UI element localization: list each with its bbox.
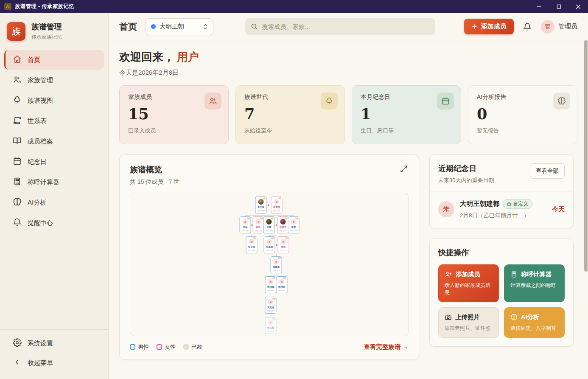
app-tagline: 传承家族记忆 [31, 34, 62, 41]
brain-icon [553, 93, 570, 109]
tree-member-card[interactable]: 1世❀马秀英1332-1382 [271, 197, 283, 213]
tree-member-card[interactable]: 5世❀朱祁镇1427-1464 [265, 276, 277, 293]
member-name: 朱允炆 [248, 246, 255, 249]
stat-card-generations[interactable]: 族谱世代 7 从始祖至今 [235, 85, 345, 144]
member-avatar: ❀ [249, 239, 255, 244]
family-select[interactable]: 大明王朝 [146, 18, 213, 35]
tree-member-card[interactable]: 3世❀朱高炽1378-1425 [264, 236, 275, 253]
sidebar-item-home[interactable]: 首页 [4, 50, 104, 70]
tree-member-card[interactable]: 1世朱元璋1328-1398 [255, 197, 267, 213]
member-name: 朱棣 [267, 226, 272, 229]
legend-male[interactable]: 男性 [130, 343, 149, 351]
sidebar-item-anniversaries[interactable]: 纪念日 [4, 152, 104, 171]
tree-member-card[interactable]: 6世❀朱见深1447-1487 [265, 297, 277, 314]
home-icon [13, 55, 22, 65]
view-all-button[interactable]: 查看全部 [530, 163, 565, 179]
stat-card-anniversaries[interactable]: 本月纪念日 1 生日、忌日等 [352, 85, 461, 144]
generation-badge: 7世 [272, 318, 275, 320]
member-name: 张氏 [281, 246, 286, 249]
user-name: 管理员 [558, 22, 577, 31]
quick-action-ai-analysis[interactable]: AI分析 遗传病史、八字测算 [504, 307, 565, 338]
user-menu[interactable]: 管 管理员 [541, 20, 577, 34]
stat-card-members[interactable]: 家族成员 15 已录入成员 [119, 85, 229, 144]
sidebar-item-label: 收起菜单 [28, 359, 53, 367]
quick-action-kinship-calculator[interactable]: 称呼计算器 计算亲戚之间的称呼 [504, 264, 565, 302]
tree-member-card[interactable]: 2世❀朱权1378-1448 [288, 216, 300, 233]
tree-member-card[interactable]: 2世徐妙云1362-1407 [277, 216, 289, 233]
member-avatar: ❀ [267, 239, 272, 244]
member-name: 吕氏 [256, 226, 261, 229]
quick-action-add-member[interactable]: 添加成员 录入新的家族成员信息 [438, 264, 499, 302]
sidebar-item-kinship-calculator[interactable]: 称呼计算器 [4, 172, 104, 192]
expand-icon [400, 165, 408, 173]
vertical-scrollbar[interactable] [584, 40, 588, 272]
sidebar-item-family[interactable]: 家族管理 [4, 70, 104, 90]
lineage-icon [13, 116, 22, 126]
maximize-button[interactable] [549, 0, 568, 13]
anniversaries-title: 近期纪念日 [438, 163, 494, 174]
sidebar-item-label: 称呼计算器 [28, 178, 59, 186]
sidebar: 族 族谱管理 传承家族记忆 首页 家族管理 族谱视图 [0, 13, 109, 379]
notifications-button[interactable] [523, 22, 532, 31]
tree-member-card[interactable]: 3世❀朱允炆1377-1402 [246, 236, 258, 253]
member-dates: 1332-1382 [273, 210, 280, 212]
member-name: 朱祐樘 [267, 326, 274, 329]
generations-icon [321, 93, 338, 109]
tree-connector [271, 275, 282, 275]
member-name: 朱元璋 [258, 206, 265, 209]
legend-female[interactable]: 女性 [157, 343, 176, 351]
quick-action-upload-photo[interactable]: 上传照片 添加老照片、证件照 [438, 307, 499, 338]
member-avatar: ❀ [268, 299, 274, 305]
generation-badge: 2世 [295, 217, 298, 219]
stat-cards: 家族成员 15 已录入成员 族谱世代 7 从始祖至今 本月纪念日 [119, 85, 577, 144]
family-icon [13, 75, 22, 85]
sidebar-collapse-menu[interactable]: 收起菜单 [4, 354, 104, 372]
tree-panel-title: 族谱概览 [130, 164, 179, 175]
anniversary-badge: 自定义 [503, 199, 532, 209]
main-area: 欢迎回来，用户 今天是2026年2月8日 家族成员 15 已录入成员 族谱世代 … [109, 40, 588, 379]
anniversary-when: 今天 [552, 205, 565, 213]
stat-card-ai-reports[interactable]: AI分析报告 0 暂无报告 [468, 85, 577, 144]
tree-member-card[interactable]: 2世❀朱标1355-1392 [240, 216, 251, 233]
generation-badge: 3世 [271, 237, 274, 239]
member-avatar: ❀ [268, 320, 274, 325]
quick-action-label: 称呼计算器 [521, 270, 552, 278]
calendar-icon [437, 93, 454, 109]
generation-badge: 1世 [262, 197, 266, 199]
member-avatar: ❀ [291, 219, 297, 225]
sidebar-item-archives[interactable]: 成员档案 [4, 132, 104, 151]
generation-badge: 5世 [272, 277, 275, 279]
sidebar-item-settings[interactable]: 系统设置 [4, 334, 104, 353]
family-dot-icon [151, 24, 156, 29]
sidebar-item-ai-analysis[interactable]: AI分析 [4, 193, 104, 212]
sidebar-item-lineage[interactable]: 世系表 [4, 111, 104, 131]
sidebar-item-reminders[interactable]: 提醒中心 [4, 213, 104, 233]
tree-member-card[interactable]: 4世❀朱瞻基1399-1435 [271, 256, 282, 273]
view-full-tree-link[interactable]: 查看完整族谱 → [364, 343, 409, 351]
tree-member-card[interactable]: 3世❀张氏1379-1442 [278, 236, 289, 253]
sidebar-item-tree-view[interactable]: 族谱视图 [4, 91, 104, 110]
welcome-greeting: 欢迎回来， [119, 51, 174, 63]
close-button[interactable] [568, 0, 588, 13]
tree-panel-subtitle: 共 15 位成员 · 7 世 [130, 178, 179, 186]
chevron-left-icon [13, 358, 22, 368]
expand-tree-button[interactable] [399, 164, 409, 175]
tree-member-card[interactable]: 5世❀朱祁钰1428-1457 [276, 276, 288, 293]
tree-member-card[interactable]: 2世朱棣1360-1424 [263, 216, 275, 233]
welcome-username: 用户 [177, 51, 199, 63]
search-input[interactable] [262, 23, 430, 30]
stat-sub: 已录入成员 [128, 127, 220, 135]
anniversary-item[interactable]: 朱 大明王朝建都 自定义 2月8日（乙巳 [430, 191, 573, 228]
generation-badge: 4世 [277, 257, 281, 259]
tree-connector [245, 215, 294, 216]
tree-member-card[interactable]: 7世❀朱祐樘1470-1505 [265, 317, 277, 334]
tree-canvas[interactable]: 1世朱元璋1328-13981世❀马秀英1332-13822世❀朱标1355-1… [130, 193, 409, 336]
chevron-updown-icon [203, 24, 208, 30]
tree-member-card[interactable]: 2世❀吕氏1359-1412 [253, 216, 264, 233]
legend-deceased[interactable]: 已故 [183, 343, 202, 351]
member-name: 马秀英 [273, 206, 280, 209]
member-dates: 1378-1425 [266, 250, 273, 252]
minimize-button[interactable] [529, 0, 549, 13]
quick-action-label: 上传照片 [455, 313, 480, 321]
add-member-button[interactable]: 添加成员 [464, 19, 514, 34]
